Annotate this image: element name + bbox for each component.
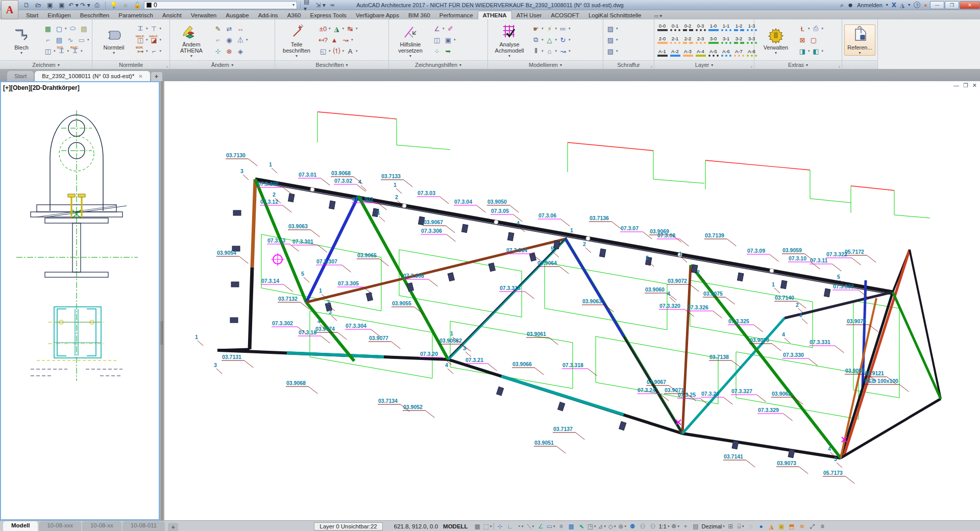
user-icon[interactable]: ☻ <box>847 2 854 9</box>
infill-panel-icon[interactable]: ▤ <box>79 24 89 34</box>
red-beam-icon[interactable]: Ɫ <box>797 24 807 34</box>
exchange-apps-icon[interactable]: Ⅹ <box>892 2 896 9</box>
color-note-icon-caret[interactable]: ▾ <box>342 27 345 31</box>
remove-vertex-icon[interactable]: ⊗ <box>224 46 234 56</box>
leader-icon-caret[interactable]: ▾ <box>351 38 353 42</box>
swap-profile-icon[interactable]: ⇄ <box>224 24 234 34</box>
leader-icon[interactable]: ↝ <box>340 35 351 45</box>
door-blue-2-icon[interactable]: ◧ <box>811 46 821 56</box>
redo-icon[interactable]: ↷ ▾ <box>80 1 90 9</box>
frame-select-icon-caret[interactable]: ▾ <box>454 38 456 42</box>
bore-anchor-icon-caret[interactable]: ▾ <box>146 49 148 53</box>
hatch-1-icon[interactable]: ▨ <box>605 24 616 34</box>
qat-customize-icon[interactable]: ≂ <box>327 1 337 9</box>
barcode-flash-icon-caret[interactable]: ▾ <box>542 49 544 53</box>
panel-launcher-icon[interactable]: ⌟ <box>750 63 752 68</box>
swoosh-icon-caret[interactable]: ▾ <box>569 49 571 53</box>
annotation-people-icon[interactable]: ⚇ <box>649 522 657 531</box>
blech-button[interactable]: Blech▾ <box>2 25 41 55</box>
layer-button-2-3[interactable]: 2-3 <box>695 34 706 46</box>
ribbon-tab-verwalten[interactable]: Verwalten <box>186 11 222 19</box>
list-plate-icon[interactable]: ≔ <box>558 24 568 34</box>
file-tab-start[interactable]: Start <box>7 71 34 81</box>
search-icon[interactable]: ⌕ <box>840 2 844 9</box>
sign-in-caret-icon[interactable]: ▾ <box>886 3 888 7</box>
viewport-minimize-icon[interactable]: — <box>953 82 959 89</box>
isolate-objects-icon[interactable]: ◌ <box>747 522 755 531</box>
layer-button-1-2[interactable]: 1-2 <box>733 21 745 33</box>
a360-caret-icon[interactable]: ▾ <box>908 3 910 7</box>
panel-launcher-icon[interactable]: ⌟ <box>650 63 652 68</box>
layer-button-a-1[interactable]: A-1 <box>656 46 668 59</box>
ribbon-tab-add-ins[interactable]: Add-ins <box>254 11 283 19</box>
annotation-scale[interactable]: 1:1▾ <box>659 522 670 531</box>
oval-panel-icon[interactable]: ⬭ <box>68 24 78 34</box>
offset-step-icon[interactable]: ⌐ <box>213 35 223 45</box>
snap-mode-icon[interactable]: ⬚▾ <box>483 522 492 531</box>
text-icon[interactable]: A <box>345 46 355 56</box>
hatch-3-icon-caret[interactable]: ▾ <box>616 49 618 53</box>
green-move-icon[interactable]: ➥ <box>443 46 453 56</box>
verwalten-button[interactable]: Verwalten▾ <box>756 25 795 55</box>
ribbon-tab-athena[interactable]: ATHENA <box>478 11 512 19</box>
panel-title-ändern[interactable]: Ändern▾ <box>170 60 275 69</box>
add-vertex-icon[interactable]: ⊹ <box>213 46 223 56</box>
layer-on-icon[interactable]: 💡 <box>109 1 119 9</box>
gasket-coil-icon[interactable]: ∿ <box>65 35 76 45</box>
house-table-icon[interactable]: ⌂ <box>545 46 555 56</box>
layer-button-0-3[interactable]: 0-3 <box>695 21 706 33</box>
panel-title-schraffur[interactable]: Schraffur⌟ <box>603 60 654 69</box>
minimize-button[interactable]: — <box>930 1 944 9</box>
print-one-icon-caret[interactable]: ▾ <box>822 27 824 31</box>
t-bolt-icon[interactable]: ⊤ <box>149 24 159 34</box>
door-profile-icon[interactable]: ◫ <box>43 46 53 56</box>
hardware-accel-icon[interactable]: ● <box>757 522 766 531</box>
hatch-1-icon-caret[interactable]: ▾ <box>616 27 618 31</box>
angle-helper-icon[interactable]: ∠ <box>432 24 442 34</box>
tetra-icon-caret[interactable]: ▾ <box>555 38 557 42</box>
layer-button-3-1[interactable]: 3-1 <box>720 34 732 46</box>
plot-icon[interactable]: ⎙ <box>92 1 102 9</box>
halfen-channel-icon[interactable]: ◫HALF. <box>135 35 145 45</box>
color-note-icon[interactable]: ◮ <box>332 24 342 34</box>
layer-button-1-1[interactable]: 1-1 <box>720 21 732 33</box>
ribbon-tab-acosoft[interactable]: ACOSOFT <box>546 11 584 19</box>
undo-icon[interactable]: ↶ ▾ <box>68 1 79 9</box>
a360-icon[interactable]: ◮ <box>900 2 904 9</box>
viewport-splitter[interactable] <box>160 81 164 520</box>
i-profile-icon-caret[interactable]: ▾ <box>146 27 148 31</box>
viewport-restore-icon[interactable]: ❐ <box>963 82 968 89</box>
pick-solid-icon-caret[interactable]: ▾ <box>542 27 544 31</box>
teile-beschriften-button[interactable]: Teile beschriften▾ <box>277 22 316 58</box>
referenz-button[interactable]: Referen...▾ <box>844 25 875 56</box>
filter-warn-icon[interactable]: ≋ <box>798 522 806 531</box>
elevation-label-icon[interactable]: ±0 <box>318 24 328 34</box>
object-snap-icon[interactable]: ▭▾ <box>547 522 555 531</box>
flip-page-icon[interactable]: ↻ <box>558 35 568 45</box>
flip-page-icon-caret[interactable]: ▾ <box>569 38 571 42</box>
aendern-athena-button[interactable]: Ändern ATHENA▾ <box>172 22 211 58</box>
section-line-icon[interactable]: ▭ <box>77 35 87 45</box>
layer-button-0-2[interactable]: 0-2 <box>682 21 694 33</box>
layer-button-a-5[interactable]: A-5 <box>707 46 719 59</box>
panel-title-zeichnen[interactable]: Zeichnen▾ <box>0 60 92 69</box>
ribbon-tab-ath-user[interactable]: ATH User <box>512 11 547 19</box>
list-plate-icon-caret[interactable]: ▾ <box>569 27 571 31</box>
frame-points-icon[interactable]: ▢ <box>808 35 819 45</box>
dotted-panel-icon[interactable]: ▢ <box>54 24 64 34</box>
hatch-2-icon-caret[interactable]: ▾ <box>616 38 618 42</box>
delete-ref-icon[interactable]: ⊠ <box>797 35 807 45</box>
3d-osnap-icon[interactable]: ◳▾ <box>587 522 596 531</box>
measure-red-icon[interactable]: ↔ <box>235 24 246 34</box>
barcode-flash-icon[interactable]: ⦀ <box>531 46 541 56</box>
frame-select-icon[interactable]: ▣ <box>443 35 453 45</box>
ribbon-tab-parametrisch[interactable]: Parametrisch <box>114 11 158 19</box>
flash-plate-icon-caret[interactable]: ▾ <box>555 27 557 31</box>
span-dim-icon[interactable]: ↹ <box>345 24 355 34</box>
bottle-tool-icon[interactable]: ⏃ <box>235 35 246 45</box>
ribbon-tab-ansicht[interactable]: Ansicht <box>158 11 186 19</box>
new-file-tab-button[interactable]: + <box>151 72 162 81</box>
layer-button-0-1[interactable]: 0-1 <box>669 21 681 33</box>
layer-button-a-7[interactable]: A-7 <box>733 46 745 59</box>
i-profile-icon[interactable]: Ɪ <box>135 24 145 34</box>
